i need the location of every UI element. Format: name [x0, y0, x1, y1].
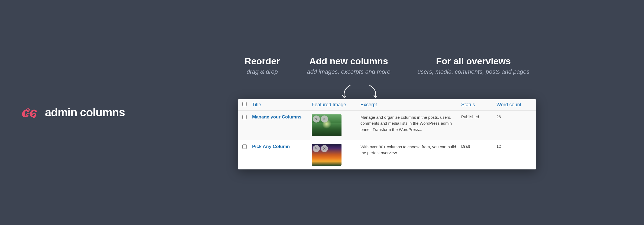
row2-checkbox-cell — [242, 144, 252, 150]
feature-all-overviews: For all overviews users, media, comments… — [418, 56, 529, 76]
row2-excerpt-cell: With over 90+ columns to choose from, yo… — [360, 144, 461, 156]
admin-columns-logo-icon: cc — [22, 106, 40, 119]
row1-thumbnail: ✎ ✕ — [312, 114, 341, 136]
row1-status-cell: Published — [461, 114, 496, 119]
row1-excerpt-cell: Manage and organize columns in the posts… — [360, 114, 461, 133]
posts-table: Title Featured Image Excerpt Status Word… — [238, 99, 536, 169]
arrows-container — [340, 84, 380, 101]
header-word-count: Word count — [496, 102, 532, 108]
logo-area: cc admin columns — [22, 106, 125, 119]
arrow-left-icon — [340, 84, 356, 101]
main-content: Reorder drag & drop Add new columns add … — [152, 56, 622, 169]
select-all-checkbox[interactable] — [242, 102, 247, 106]
row2-title-link[interactable]: Pick Any Column — [252, 144, 290, 149]
features-row: Reorder drag & drop Add new columns add … — [245, 56, 529, 76]
logo-text: admin columns — [45, 106, 125, 119]
row1-edit-image-button[interactable]: ✎ — [313, 115, 320, 123]
feature-add-columns-subtitle: add images, excerpts and more — [307, 68, 390, 76]
row2-status-cell: Draft — [461, 144, 496, 149]
row1-checkbox[interactable] — [242, 115, 247, 119]
row2-image-cell: ✎ ✕ — [312, 144, 360, 166]
row1-wordcount-cell: 26 — [496, 114, 532, 119]
table-row: Pick Any Column ✎ ✕ With over 90+ column… — [238, 140, 536, 169]
row2-thumbnail: ✎ ✕ — [312, 144, 341, 166]
arrow-right-icon — [364, 84, 380, 101]
header-status: Status — [461, 102, 496, 108]
row2-wordcount-cell: 12 — [496, 144, 532, 149]
row1-image-overlay: ✎ ✕ — [313, 115, 328, 123]
feature-reorder-subtitle: drag & drop — [245, 68, 280, 76]
feature-add-columns: Add new columns add images, excerpts and… — [307, 56, 390, 76]
header-excerpt: Excerpt — [360, 102, 461, 108]
feature-all-overviews-title: For all overviews — [418, 56, 529, 67]
table-row: Manage your Columns ✎ ✕ Manage and organ… — [238, 111, 536, 140]
header-title: Title — [252, 102, 312, 108]
header-featured-image: Featured Image — [312, 102, 360, 108]
page-wrapper: cc admin columns Reorder drag & drop Add… — [0, 0, 644, 225]
row1-remove-image-button[interactable]: ✕ — [321, 115, 328, 123]
row2-checkbox[interactable] — [242, 144, 247, 149]
row2-remove-image-button[interactable]: ✕ — [321, 145, 328, 152]
row2-edit-image-button[interactable]: ✎ — [313, 145, 320, 152]
header-checkbox-cell — [242, 102, 252, 107]
feature-reorder: Reorder drag & drop — [245, 56, 280, 76]
svg-text:cc: cc — [22, 106, 37, 119]
feature-reorder-title: Reorder — [245, 56, 280, 67]
feature-all-overviews-subtitle: users, media, comments, posts and pages — [418, 68, 529, 76]
row1-image-cell: ✎ ✕ — [312, 114, 360, 136]
row1-title-link[interactable]: Manage your Columns — [252, 114, 301, 120]
row1-checkbox-cell — [242, 114, 252, 120]
row1-title-cell: Manage your Columns — [252, 114, 312, 120]
table-header-row: Title Featured Image Excerpt Status Word… — [238, 99, 536, 111]
logo-section: cc admin columns — [22, 106, 152, 119]
feature-add-columns-title: Add new columns — [307, 56, 390, 67]
row2-title-cell: Pick Any Column — [252, 144, 312, 149]
row2-image-overlay: ✎ ✕ — [313, 145, 328, 152]
